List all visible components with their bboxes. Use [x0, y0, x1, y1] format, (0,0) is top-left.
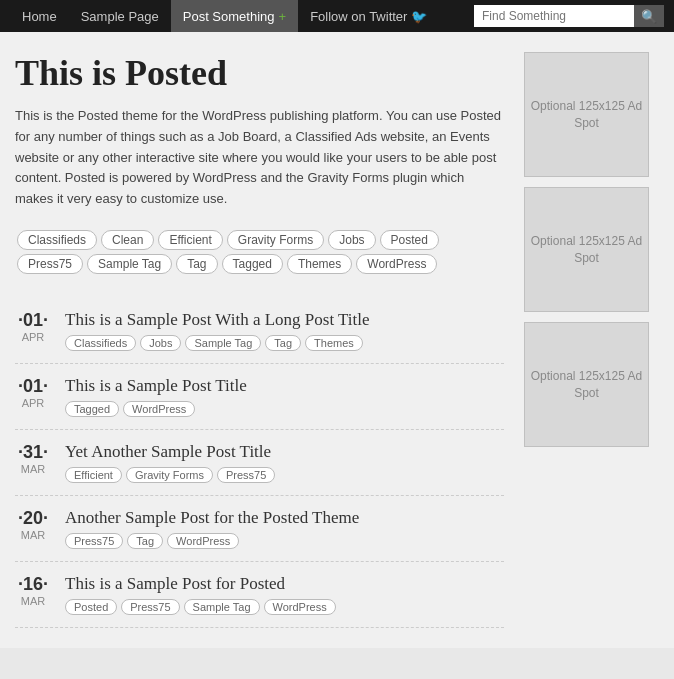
post-date: ·16·MAR [15, 574, 51, 607]
post-date-month: APR [15, 331, 51, 343]
post-tag[interactable]: WordPress [167, 533, 239, 549]
post-item: ·31·MARYet Another Sample Post TitleEffi… [15, 430, 504, 496]
post-title[interactable]: This is a Sample Post Title [65, 376, 504, 396]
post-item: ·20·MARAnother Sample Post for the Poste… [15, 496, 504, 562]
post-tags: TaggedWordPress [65, 401, 504, 417]
follow-twitter-label: Follow on Twitter [310, 9, 407, 24]
post-date-day: ·01· [15, 310, 51, 331]
post-tag[interactable]: Tag [127, 533, 163, 549]
page-wrapper: This is Posted This is the Posted theme … [0, 32, 674, 648]
post-date-month: MAR [15, 529, 51, 541]
page-description: This is the Posted theme for the WordPre… [15, 106, 504, 210]
post-tag[interactable]: WordPress [264, 599, 336, 615]
ad-spot: Optional 125x125 Ad Spot [524, 52, 649, 177]
post-content: This is a Sample Post for PostedPostedPr… [65, 574, 504, 615]
post-tags: ClassifiedsJobsSample TagTagThemes [65, 335, 504, 351]
post-item: ·01·APRThis is a Sample Post TitleTagged… [15, 364, 504, 430]
tag-pill[interactable]: Efficient [158, 230, 222, 250]
navigation: Home Sample Page Post Something + Follow… [0, 0, 674, 32]
tag-pill[interactable]: Clean [101, 230, 154, 250]
post-title[interactable]: This is a Sample Post for Posted [65, 574, 504, 594]
nav-home[interactable]: Home [10, 0, 69, 32]
nav-follow-twitter[interactable]: Follow on Twitter 🐦 [298, 0, 439, 32]
search-input[interactable] [474, 5, 634, 27]
post-tag[interactable]: Press75 [65, 533, 123, 549]
post-date-day: ·20· [15, 508, 51, 529]
post-tags: PostedPress75Sample TagWordPress [65, 599, 504, 615]
post-date: ·31·MAR [15, 442, 51, 475]
post-date-month: APR [15, 397, 51, 409]
post-tag[interactable]: Press75 [121, 599, 179, 615]
post-title[interactable]: Another Sample Post for the Posted Theme [65, 508, 504, 528]
post-date: ·01·APR [15, 376, 51, 409]
post-tag[interactable]: Efficient [65, 467, 122, 483]
post-plus-icon: + [279, 9, 287, 24]
post-tag[interactable]: Posted [65, 599, 117, 615]
post-content: This is a Sample Post With a Long Post T… [65, 310, 504, 351]
post-title[interactable]: Yet Another Sample Post Title [65, 442, 504, 462]
post-tag[interactable]: Gravity Forms [126, 467, 213, 483]
tag-pill[interactable]: WordPress [356, 254, 437, 274]
posts-list: ·01·APRThis is a Sample Post With a Long… [15, 298, 504, 628]
post-date-month: MAR [15, 463, 51, 475]
sidebar: Optional 125x125 Ad SpotOptional 125x125… [524, 52, 659, 628]
post-content: Yet Another Sample Post TitleEfficientGr… [65, 442, 504, 483]
post-date: ·20·MAR [15, 508, 51, 541]
tag-pill[interactable]: Press75 [17, 254, 83, 274]
post-item: ·01·APRThis is a Sample Post With a Long… [15, 298, 504, 364]
post-tag[interactable]: WordPress [123, 401, 195, 417]
post-tag[interactable]: Sample Tag [185, 335, 261, 351]
post-something-label: Post Something [183, 9, 275, 24]
ad-spot: Optional 125x125 Ad Spot [524, 187, 649, 312]
search-bar: 🔍 [474, 5, 664, 27]
tag-pill[interactable]: Gravity Forms [227, 230, 324, 250]
tag-pill[interactable]: Themes [287, 254, 352, 274]
tag-pill[interactable]: Posted [380, 230, 439, 250]
tag-pill[interactable]: Jobs [328, 230, 375, 250]
post-content: This is a Sample Post TitleTaggedWordPre… [65, 376, 504, 417]
post-tags: Press75TagWordPress [65, 533, 504, 549]
post-date-day: ·31· [15, 442, 51, 463]
post-content: Another Sample Post for the Posted Theme… [65, 508, 504, 549]
post-tag[interactable]: Press75 [217, 467, 275, 483]
post-date-day: ·16· [15, 574, 51, 595]
page-title: This is Posted [15, 52, 504, 94]
post-tag[interactable]: Themes [305, 335, 363, 351]
tag-pill[interactable]: Sample Tag [87, 254, 172, 274]
post-date-day: ·01· [15, 376, 51, 397]
main-content: This is Posted This is the Posted theme … [15, 52, 504, 628]
post-tags: EfficientGravity FormsPress75 [65, 467, 504, 483]
tag-pill[interactable]: Tag [176, 254, 217, 274]
ad-spot: Optional 125x125 Ad Spot [524, 322, 649, 447]
post-tag[interactable]: Tagged [65, 401, 119, 417]
tags-section: ClassifiedsCleanEfficientGravity FormsJo… [15, 228, 504, 276]
nav-post-something[interactable]: Post Something + [171, 0, 298, 32]
post-item: ·16·MARThis is a Sample Post for PostedP… [15, 562, 504, 628]
tag-pill[interactable]: Tagged [222, 254, 283, 274]
post-tag[interactable]: Tag [265, 335, 301, 351]
post-tag[interactable]: Classifieds [65, 335, 136, 351]
tag-pill[interactable]: Classifieds [17, 230, 97, 250]
post-tag[interactable]: Sample Tag [184, 599, 260, 615]
nav-sample-page[interactable]: Sample Page [69, 0, 171, 32]
search-button[interactable]: 🔍 [634, 5, 664, 27]
twitter-bird-icon: 🐦 [411, 9, 427, 24]
post-date: ·01·APR [15, 310, 51, 343]
post-title[interactable]: This is a Sample Post With a Long Post T… [65, 310, 504, 330]
post-date-month: MAR [15, 595, 51, 607]
post-tag[interactable]: Jobs [140, 335, 181, 351]
